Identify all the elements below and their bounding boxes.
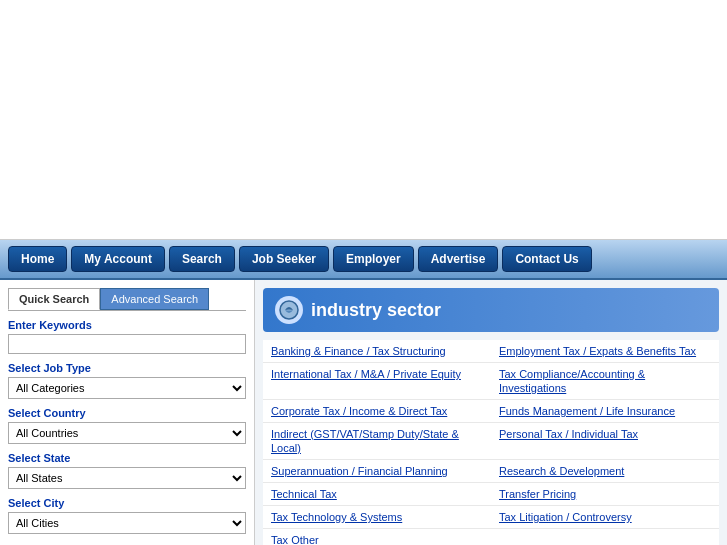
nav-btn-search[interactable]: Search bbox=[169, 246, 235, 272]
category-link[interactable]: Transfer Pricing bbox=[499, 488, 576, 500]
search-tabs: Quick Search Advanced Search bbox=[8, 288, 246, 311]
quick-search-tab[interactable]: Quick Search bbox=[8, 288, 100, 310]
city-row: All Cities bbox=[8, 512, 246, 534]
keywords-input[interactable] bbox=[8, 334, 246, 354]
city-label: Select City bbox=[8, 497, 246, 509]
category-link[interactable]: Indirect (GST/VAT/Stamp Duty/State & Loc… bbox=[271, 428, 459, 454]
job-type-select[interactable]: All Categories bbox=[8, 377, 246, 399]
nav-btn-contact-us[interactable]: Contact Us bbox=[502, 246, 591, 272]
category-link[interactable]: Banking & Finance / Tax Structuring bbox=[271, 345, 446, 357]
table-row: Superannuation / Financial PlanningResea… bbox=[263, 460, 719, 483]
country-label: Select Country bbox=[8, 407, 246, 419]
category-link[interactable]: Research & Development bbox=[499, 465, 624, 477]
nav-btn-advertise[interactable]: Advertise bbox=[418, 246, 499, 272]
nav-bar: HomeMy AccountSearchJob SeekerEmployerAd… bbox=[0, 240, 727, 280]
job-type-row: All Categories bbox=[8, 377, 246, 399]
table-row: Indirect (GST/VAT/Stamp Duty/State & Loc… bbox=[263, 423, 719, 460]
state-row: All States bbox=[8, 467, 246, 489]
advanced-search-tab[interactable]: Advanced Search bbox=[100, 288, 209, 310]
table-row: Corporate Tax / Income & Direct TaxFunds… bbox=[263, 400, 719, 423]
nav-btn-job-seeker[interactable]: Job Seeker bbox=[239, 246, 329, 272]
job-type-label: Select Job Type bbox=[8, 362, 246, 374]
category-link[interactable]: Superannuation / Financial Planning bbox=[271, 465, 448, 477]
svg-point-0 bbox=[280, 301, 298, 319]
country-select[interactable]: All Countries bbox=[8, 422, 246, 444]
table-row: Tax Other bbox=[263, 529, 719, 546]
city-select[interactable]: All Cities bbox=[8, 512, 246, 534]
category-link[interactable]: Funds Management / Life Insurance bbox=[499, 405, 675, 417]
state-label: Select State bbox=[8, 452, 246, 464]
category-link[interactable]: Personal Tax / Individual Tax bbox=[499, 428, 638, 440]
content-area: industry sector Banking & Finance / Tax … bbox=[255, 280, 727, 545]
ad-space bbox=[0, 0, 727, 240]
category-link[interactable]: Employment Tax / Expats & Benefits Tax bbox=[499, 345, 696, 357]
category-link[interactable]: Tax Other bbox=[271, 534, 319, 545]
state-select[interactable]: All States bbox=[8, 467, 246, 489]
category-link[interactable]: International Tax / M&A / Private Equity bbox=[271, 368, 461, 380]
nav-btn-employer[interactable]: Employer bbox=[333, 246, 414, 272]
category-link[interactable]: Tax Technology & Systems bbox=[271, 511, 402, 523]
keywords-label: Enter Keywords bbox=[8, 319, 246, 331]
categories-table: Banking & Finance / Tax StructuringEmplo… bbox=[263, 340, 719, 545]
table-row: International Tax / M&A / Private Equity… bbox=[263, 363, 719, 400]
sidebar: Quick Search Advanced Search Enter Keywo… bbox=[0, 280, 255, 545]
section-icon bbox=[275, 296, 303, 324]
main-content: Quick Search Advanced Search Enter Keywo… bbox=[0, 280, 727, 545]
nav-btn-home[interactable]: Home bbox=[8, 246, 67, 272]
section-title: industry sector bbox=[311, 300, 441, 321]
table-row: Technical TaxTransfer Pricing bbox=[263, 483, 719, 506]
section-header: industry sector bbox=[263, 288, 719, 332]
search-form: Enter Keywords Select Job Type All Categ… bbox=[8, 319, 246, 545]
country-row: All Countries bbox=[8, 422, 246, 444]
category-link[interactable]: Tax Litigation / Controversy bbox=[499, 511, 632, 523]
table-row: Tax Technology & SystemsTax Litigation /… bbox=[263, 506, 719, 529]
table-row: Banking & Finance / Tax StructuringEmplo… bbox=[263, 340, 719, 363]
category-link[interactable]: Corporate Tax / Income & Direct Tax bbox=[271, 405, 447, 417]
category-link[interactable]: Tax Compliance/Accounting & Investigatio… bbox=[499, 368, 645, 394]
nav-btn-my-account[interactable]: My Account bbox=[71, 246, 165, 272]
category-link[interactable]: Technical Tax bbox=[271, 488, 337, 500]
